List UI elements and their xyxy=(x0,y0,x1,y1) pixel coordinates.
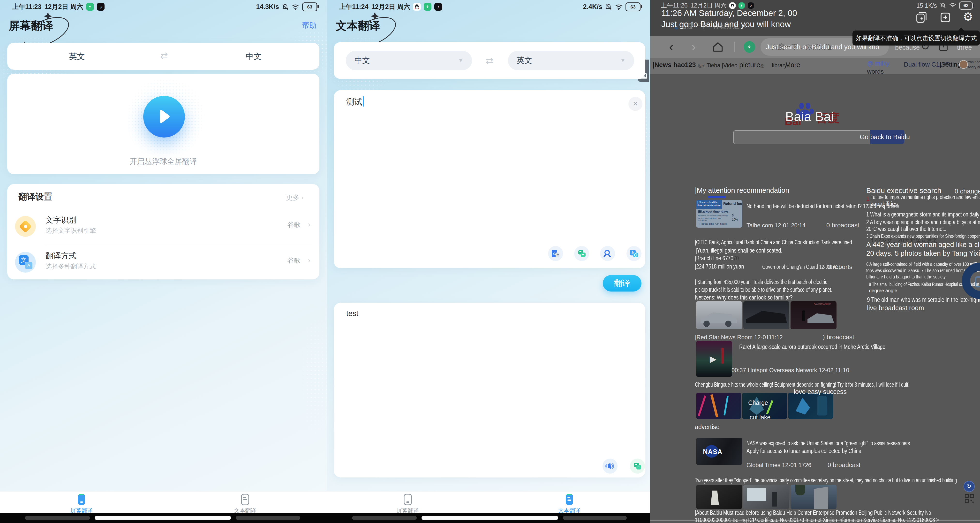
nav-news[interactable]: |News hao123 地图 xyxy=(652,61,705,69)
start-translate-play-button[interactable] xyxy=(143,96,185,137)
forward-icon[interactable]: › xyxy=(691,38,696,55)
source-language[interactable]: 英文 xyxy=(69,51,85,61)
hot-item[interactable]: 2 A boy wearing single clothes and ridin… xyxy=(866,218,980,226)
hot-item[interactable]: 9 The old man who was miserable in the l… xyxy=(867,296,980,304)
result-text-card: test xyxy=(334,303,645,477)
nav-home-handle[interactable] xyxy=(95,516,231,520)
news-title[interactable]: NASA was exposed to ask the United State… xyxy=(746,439,910,447)
news-thumbnail-cybertruck-dark[interactable] xyxy=(743,301,789,329)
hot-item[interactable]: capabilities xyxy=(870,201,898,207)
swap-languages-icon[interactable]: ⇄ xyxy=(160,50,168,62)
hot-item[interactable]: billionaire held a banquet to thank the … xyxy=(866,274,947,280)
nav-back-handle[interactable] xyxy=(236,516,300,520)
floating-ball-hint: 开启悬浮球全屏翻译 xyxy=(7,157,320,166)
hot-item[interactable]: degree angle xyxy=(869,288,897,294)
nav-back-handle[interactable] xyxy=(563,516,627,520)
nav-picture[interactable]: picture盘 xyxy=(739,61,764,69)
news-title[interactable]: |Branch fine 677070 xyxy=(695,254,739,262)
tab-screen-translate[interactable]: 屏幕翻译 xyxy=(70,493,94,514)
copy-result-button[interactable] xyxy=(630,459,645,474)
baidu-search-input[interactable] xyxy=(733,130,872,144)
dot-texture xyxy=(298,303,327,453)
tab-screen-translate[interactable]: 屏幕翻译 xyxy=(396,493,420,514)
target-language[interactable]: 中文 xyxy=(246,51,262,61)
help-link[interactable]: 帮助 xyxy=(302,21,317,30)
ad-thumbnail-game1[interactable] xyxy=(696,393,741,419)
hot-item[interactable]: live broadcast room xyxy=(867,304,924,313)
screen-translate-icon xyxy=(77,493,86,505)
svg-text:文: 文 xyxy=(557,253,560,257)
hot-item[interactable]: Failure to improve maritime rights prote… xyxy=(870,194,980,201)
swap-languages-icon[interactable]: ⇄ xyxy=(486,55,493,67)
news-source: |Red Star News Room 12-0111:12 xyxy=(695,334,783,341)
network-speed: 14.3K/s xyxy=(256,3,279,11)
news-comments: ) broadcast xyxy=(823,333,854,341)
news-thumbnail-refund[interactable]: | Please refund thetime before departure… xyxy=(696,200,742,228)
news-title[interactable]: |CITIC Bank, Agricultural Bank of China … xyxy=(695,238,852,246)
back-icon[interactable]: ‹ xyxy=(669,38,674,55)
news-title[interactable]: Netizens: Why does this car look so fami… xyxy=(695,293,793,301)
hot-item-featured[interactable]: 20 days. 5 photos taken by Tang Yixin xyxy=(866,249,980,258)
news-title[interactable]: Two years after they "stopped" the provi… xyxy=(695,477,957,484)
nav-library[interactable]: library xyxy=(772,62,787,69)
translated-title: 11:26 AM Saturday, December 2, 00 xyxy=(661,8,797,18)
gear-icon[interactable]: ⚙ xyxy=(963,10,973,24)
news-thumbnail-building2[interactable] xyxy=(743,485,789,509)
hot-item[interactable]: 6 A large self-contained oil field with … xyxy=(866,261,980,267)
copy-page-icon[interactable] xyxy=(915,11,928,24)
news-title[interactable]: |224.7518 million yuan xyxy=(695,263,744,271)
setting-row-ocr[interactable]: 文字识别 选择文字识别引擎 谷歌 › xyxy=(7,210,320,243)
news-title[interactable]: |Yuan, illegal gains shall be confiscate… xyxy=(696,247,782,255)
translate-button[interactable]: 翻译 xyxy=(603,275,641,292)
video-thumbnail-aurora[interactable]: ▶ xyxy=(696,341,732,377)
ad-thumbnail-game3[interactable] xyxy=(788,393,833,419)
avatar[interactable] xyxy=(959,60,968,69)
setting-row-translate-mode[interactable]: 文 A 翻译方式 选择多种翻译方式 谷歌 › xyxy=(7,247,320,279)
news-thumbnail-building3[interactable] xyxy=(791,485,837,509)
nav-user[interactable]: @ milkywords xyxy=(867,59,889,75)
photo-translate-button[interactable]: A xyxy=(627,246,641,261)
tab-text-translate[interactable]: 文本翻译 xyxy=(557,493,581,514)
clear-input-button[interactable]: ✕ xyxy=(628,97,643,111)
nav-tieba-video[interactable]: Tieba |Video xyxy=(706,62,737,69)
news-thumbnail-cybertruck-showroom[interactable] xyxy=(696,301,742,329)
hot-item[interactable]: 20°C was caught all over the Internet.. xyxy=(866,225,947,233)
search-button-overlay: Go back to Baidu xyxy=(860,133,910,141)
hot-item[interactable]: 1 What is a geomagnetic storm and its im… xyxy=(866,210,980,218)
news-thumbnail-building1[interactable] xyxy=(696,485,742,509)
shield-lightning-icon[interactable] xyxy=(744,41,755,53)
setting-label: 文字识别 xyxy=(46,215,76,225)
qr-code-icon[interactable] xyxy=(965,494,974,503)
add-page-icon[interactable] xyxy=(939,11,952,24)
wifi-icon xyxy=(291,4,299,10)
nav-home-handle[interactable] xyxy=(422,516,558,520)
ad-title[interactable]: Chengbu Bingxue hits the whole ceiling! … xyxy=(695,381,909,389)
target-language-dropdown[interactable]: 英文▼ xyxy=(508,51,634,70)
video-title[interactable]: Rare! A large-scale aurora outbreak occu… xyxy=(739,343,885,351)
mute-bell-icon xyxy=(605,4,612,10)
hot-rank-ghost: 1 xyxy=(866,195,869,203)
setting-sub: 选择文字识别引擎 xyxy=(46,226,96,234)
hot-item-featured[interactable]: A 442-year-old woman aged like a cliff i… xyxy=(866,240,980,249)
news-title[interactable]: Apply for access to lunar samples collec… xyxy=(746,447,861,455)
news-title[interactable]: pickup trucks! It is said to be able to … xyxy=(695,286,832,294)
speaker-icon xyxy=(605,462,615,470)
news-thumbnail-cybertruck-stage[interactable]: FULL METAL JACKET xyxy=(791,301,837,329)
speak-result-button[interactable] xyxy=(603,459,617,474)
hot-item[interactable]: tons was discovered in Gansu. 7 The son … xyxy=(866,267,980,274)
search-translate-button[interactable] xyxy=(600,246,615,261)
nav-more[interactable]: More xyxy=(785,61,800,69)
tab-text-translate[interactable]: 文本翻译 xyxy=(233,493,257,514)
nav-recent-handle[interactable] xyxy=(352,516,417,520)
source-language-dropdown[interactable]: 中文▼ xyxy=(346,51,472,70)
ad-overlay-cutlake: cut lake xyxy=(749,413,770,421)
source-text-input[interactable]: 测试 xyxy=(346,96,364,107)
nav-recent-handle[interactable] xyxy=(25,516,90,520)
news-thumbnail-nasa[interactable]: NASA xyxy=(696,438,742,465)
google-translate-engine-button[interactable]: G 文 xyxy=(548,246,563,261)
home-icon[interactable] xyxy=(712,41,724,53)
more-link[interactable]: 更多 › xyxy=(286,193,304,202)
news-title[interactable]: | Starting from 435,000 yuan, Tesla deli… xyxy=(695,278,827,286)
copy-translate-button[interactable] xyxy=(574,246,589,261)
baidu-badge-icon[interactable]: ↻ xyxy=(964,481,975,492)
